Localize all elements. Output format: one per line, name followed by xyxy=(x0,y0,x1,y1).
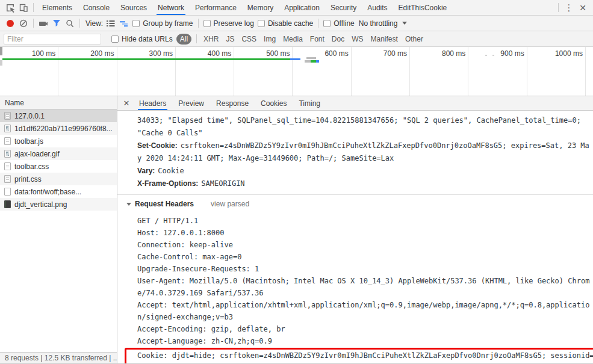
tick-label: 600 ms xyxy=(324,49,348,58)
tick-label: 900 ms xyxy=(500,49,524,58)
divider xyxy=(33,19,34,28)
throttling-select[interactable]: No throttling xyxy=(356,19,410,28)
tab-label: Sources xyxy=(120,4,147,12)
chevron-down-icon xyxy=(402,22,407,25)
devtools-tab[interactable]: Console xyxy=(78,0,115,15)
filter-input[interactable] xyxy=(4,34,101,45)
name-column-header[interactable]: Name xyxy=(0,96,117,110)
table-row[interactable]: 127.0.0.1 xyxy=(0,110,117,122)
resource-filter[interactable]: Doc xyxy=(328,35,348,43)
resource-filter[interactable]: WS xyxy=(348,35,367,43)
request-header-line: Host: 127.0.0.1:8000 xyxy=(137,227,593,239)
header-value: Cookie xyxy=(158,167,184,175)
devtools-tab[interactable]: EditThisCookie xyxy=(393,0,453,15)
resource-filter[interactable]: CSS xyxy=(238,35,260,43)
view-parsed-link[interactable]: view parsed xyxy=(211,200,249,208)
preserve-log-label: Preserve log xyxy=(214,19,254,28)
hide-data-urls-checkbox[interactable]: Hide data URLs xyxy=(110,35,175,43)
devtools-tab[interactable]: Network xyxy=(152,0,190,15)
waterfall-view-icon[interactable] xyxy=(117,17,131,30)
devtools-tab[interactable]: Elements xyxy=(37,0,78,15)
overview-request-dot xyxy=(485,55,487,56)
request-name: toolbar.css xyxy=(14,162,49,171)
table-row[interactable]: 1d1df6220ab711e9996760f8... xyxy=(0,122,117,135)
details-tab-label: Response xyxy=(216,99,249,108)
table-row[interactable]: toolbar.js xyxy=(0,135,117,147)
timeline-tick: 1000 ms xyxy=(527,47,586,96)
file-type-icon xyxy=(4,175,11,183)
resource-filter[interactable]: Media xyxy=(279,35,306,43)
resource-filter[interactable]: Font xyxy=(306,35,328,43)
request-header-line: Accept-Language: zh-CN,zh;q=0.9 xyxy=(137,335,593,347)
file-type-icon xyxy=(4,125,11,132)
more-options-icon[interactable]: ⋮ xyxy=(563,2,575,13)
table-row[interactable]: toolbar.css xyxy=(0,160,117,173)
resource-filter[interactable]: Img xyxy=(260,35,279,43)
table-row[interactable]: djdt_vertical.png xyxy=(0,198,117,211)
header-name: Set-Cookie: xyxy=(137,141,178,150)
request-name: data:font/woff;base... xyxy=(14,188,81,196)
request-headers-section[interactable]: Request Headers view parsed xyxy=(126,198,593,210)
checkbox-icon xyxy=(132,20,140,27)
devtools-tab[interactable]: Memory xyxy=(242,0,279,15)
resource-filter[interactable]: XHR xyxy=(200,35,222,43)
header-value: csrftoken=z4sDnWBZDz5Y9zIvr0mI9hJBmCciPu… xyxy=(137,141,589,162)
overview-scroll-nub xyxy=(0,60,2,66)
file-type-icon xyxy=(4,112,11,120)
table-row[interactable]: data:font/woff;base... xyxy=(0,185,117,198)
network-overview[interactable]: 100 ms 200 ms 300 ms 400 ms 500 ms xyxy=(0,47,593,96)
inspect-element-icon[interactable] xyxy=(4,1,17,14)
request-header-line: Connection: keep-alive xyxy=(137,239,593,251)
headers-panel[interactable]: 34033; "Elapsed time", SQLPanel_sql_time… xyxy=(117,111,593,363)
network-main: Name 127.0.0.1 1d1df6220ab711e9996760f8.… xyxy=(0,96,593,363)
device-toolbar-icon[interactable] xyxy=(17,1,30,14)
request-header-line: Accept: text/html,application/xhtml+xml,… xyxy=(137,299,593,323)
resource-filter-all[interactable]: All xyxy=(176,34,191,45)
details-tab[interactable]: Response xyxy=(210,96,255,110)
file-type-icon xyxy=(4,150,11,158)
tick-label: 100 ms xyxy=(32,49,55,58)
overview-scroll-nub xyxy=(0,47,2,55)
list-view-icon[interactable] xyxy=(104,17,117,30)
view-label: View: xyxy=(85,19,103,28)
details-tab[interactable]: Timing xyxy=(293,96,326,110)
request-name: djdt_vertical.png xyxy=(14,200,67,209)
close-devtools-icon[interactable]: ✕ xyxy=(576,3,589,13)
timeline-ruler: 100 ms 200 ms 300 ms 400 ms 500 ms xyxy=(0,47,593,96)
resource-filter[interactable]: Other xyxy=(402,35,427,43)
details-tab[interactable]: Cookies xyxy=(255,96,293,110)
devtools-tab[interactable]: Audits xyxy=(362,0,393,15)
offline-checkbox[interactable]: Offline xyxy=(321,19,356,28)
file-type-icon xyxy=(4,162,11,170)
devtools-tab[interactable]: Sources xyxy=(115,0,152,15)
close-details-icon[interactable]: ✕ xyxy=(120,99,133,108)
devtools-tab[interactable]: Performance xyxy=(190,0,242,15)
timeline-tick: 500 ms xyxy=(234,47,293,96)
resource-filter[interactable]: Manifest xyxy=(367,35,402,43)
tab-label: Performance xyxy=(195,4,237,12)
request-name: 1d1df6220ab711e9996760f8... xyxy=(14,125,113,133)
tab-label: Elements xyxy=(42,4,72,12)
record-network-log-icon[interactable] xyxy=(4,17,17,30)
offline-label: Offline xyxy=(334,19,354,28)
disable-cache-checkbox[interactable]: Disable cache xyxy=(256,19,315,28)
devtools-tab[interactable]: Application xyxy=(279,0,325,15)
group-by-frame-checkbox[interactable]: Group by frame xyxy=(131,19,194,28)
details-tab[interactable]: Headers xyxy=(133,96,172,110)
divider xyxy=(79,19,80,28)
checkbox-icon xyxy=(203,20,211,27)
clear-icon[interactable] xyxy=(17,17,30,30)
timeline-tick: 200 ms xyxy=(58,47,117,96)
group-by-frame-label: Group by frame xyxy=(143,19,193,28)
capture-screenshots-icon[interactable] xyxy=(37,17,50,30)
table-row[interactable]: print.css xyxy=(0,173,117,185)
search-icon[interactable] xyxy=(63,17,76,30)
devtools-tabs: Elements Console Sources Network Perform… xyxy=(37,0,452,15)
preserve-log-checkbox[interactable]: Preserve log xyxy=(202,19,256,28)
table-row[interactable]: ajax-loader.gif xyxy=(0,147,117,160)
resource-filter[interactable]: JS xyxy=(222,35,238,43)
filter-icon[interactable] xyxy=(50,17,63,30)
devtools-tab[interactable]: Security xyxy=(325,0,362,15)
details-tab[interactable]: Preview xyxy=(172,96,210,110)
tab-label: Security xyxy=(331,4,356,12)
